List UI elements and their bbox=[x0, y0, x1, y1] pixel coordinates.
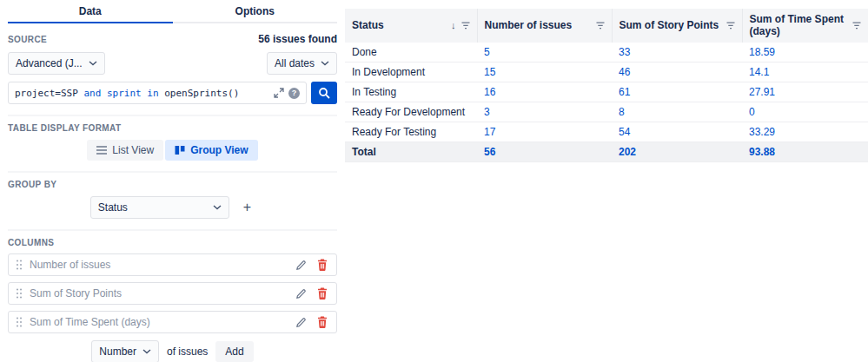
group-view-button[interactable]: Group View bbox=[165, 140, 257, 161]
date-range-value: All dates bbox=[275, 57, 315, 69]
column-row: Sum of Story Points bbox=[8, 282, 337, 305]
source-type-value: Advanced (J... bbox=[16, 57, 83, 69]
issue-count-link[interactable]: 33 bbox=[619, 46, 630, 58]
issue-count-link[interactable]: 3 bbox=[484, 106, 490, 118]
list-view-button[interactable]: List View bbox=[87, 140, 163, 161]
source-type-select[interactable]: Advanced (J... bbox=[8, 52, 105, 75]
tab-data[interactable]: Data bbox=[8, 0, 173, 23]
filter-icon bbox=[461, 22, 470, 30]
value-cell: 16 bbox=[477, 82, 612, 102]
issue-count-link[interactable]: 33.29 bbox=[749, 126, 775, 138]
list-view-icon bbox=[96, 146, 107, 155]
issue-count-link[interactable]: 15 bbox=[484, 66, 495, 78]
value-cell: 18.59 bbox=[742, 43, 868, 63]
metric-select[interactable]: Number bbox=[91, 340, 159, 362]
trash-icon bbox=[317, 259, 328, 271]
filter-icon bbox=[596, 22, 605, 30]
value-cell: 14.1 bbox=[742, 63, 868, 82]
edit-column-button[interactable] bbox=[294, 258, 308, 273]
issue-count-link[interactable]: 5 bbox=[484, 46, 490, 58]
issue-count-link[interactable]: 202 bbox=[619, 146, 636, 158]
column-label: Sum of Time Spent (days) bbox=[30, 316, 287, 328]
issue-count-link[interactable]: 14.1 bbox=[749, 66, 769, 78]
trash-icon bbox=[317, 316, 328, 328]
table-display-label: TABLE DISPLAY FORMAT bbox=[8, 123, 337, 133]
tab-bar: Data Options bbox=[8, 0, 337, 23]
header-label: Sum of Story Points bbox=[620, 19, 721, 31]
value-cell: 27.91 bbox=[742, 82, 868, 102]
drag-handle[interactable] bbox=[16, 259, 23, 271]
issue-count-link[interactable]: 46 bbox=[619, 66, 630, 78]
column-row: Number of issues bbox=[8, 253, 337, 276]
filter-icon[interactable] bbox=[596, 22, 605, 30]
group-by-row: Status + bbox=[8, 196, 337, 219]
issue-count-link[interactable]: 18.59 bbox=[749, 46, 775, 58]
value-cell: 3 bbox=[477, 102, 612, 122]
sort-desc-icon[interactable]: ↓ bbox=[451, 20, 456, 30]
add-group-button[interactable]: + bbox=[240, 199, 255, 216]
edit-column-button[interactable] bbox=[294, 315, 308, 330]
column-header[interactable]: Sum of Story Points bbox=[612, 9, 742, 43]
filter-icon[interactable] bbox=[852, 22, 861, 30]
filter-icon[interactable] bbox=[461, 22, 470, 30]
issue-count-link[interactable]: 0 bbox=[749, 106, 755, 118]
source-header: SOURCE 56 issues found bbox=[8, 33, 337, 45]
column-header[interactable]: Number of issues bbox=[477, 9, 612, 43]
header-label: Number of issues bbox=[485, 19, 591, 31]
issue-count-link[interactable]: 16 bbox=[484, 86, 495, 98]
issue-count-link[interactable]: 8 bbox=[619, 106, 625, 118]
column-header[interactable]: Status↓ bbox=[345, 9, 477, 43]
status-cell: Ready For Testing bbox=[345, 122, 477, 142]
issue-count-link[interactable]: 17 bbox=[484, 126, 495, 138]
column-header[interactable]: Sum of Time Spent (days) bbox=[742, 9, 868, 43]
table-body: Done53318.59In Development154614.1In Tes… bbox=[345, 43, 868, 162]
value-cell: 17 bbox=[477, 122, 612, 142]
column-label: Sum of Story Points bbox=[30, 287, 287, 299]
value-cell: 33 bbox=[612, 43, 742, 63]
filter-icon bbox=[726, 22, 735, 30]
delete-column-button[interactable] bbox=[315, 257, 329, 273]
drag-handle[interactable] bbox=[16, 316, 23, 328]
config-panel: Data Options SOURCE 56 issues found Adva… bbox=[0, 0, 345, 362]
value-cell: 8 bbox=[612, 102, 742, 122]
table-display-section: TABLE DISPLAY FORMAT List View Group Vie… bbox=[8, 115, 337, 161]
drag-handle[interactable] bbox=[16, 287, 23, 299]
group-by-select[interactable]: Status bbox=[90, 196, 229, 219]
tab-options[interactable]: Options bbox=[173, 0, 338, 23]
issue-count-link[interactable]: 61 bbox=[619, 86, 630, 98]
header-content: Sum of Story Points bbox=[620, 19, 735, 31]
issues-found-count: 56 issues found bbox=[258, 33, 337, 45]
edit-column-button[interactable] bbox=[294, 286, 308, 301]
expand-icon[interactable] bbox=[274, 88, 284, 98]
value-cell: 93.88 bbox=[742, 142, 868, 162]
help-icon[interactable]: ? bbox=[288, 88, 300, 99]
results-table: Status↓Number of issuesSum of Story Poin… bbox=[345, 9, 868, 162]
trash-icon bbox=[317, 287, 328, 299]
value-cell: 5 bbox=[477, 43, 612, 63]
value-cell: 46 bbox=[612, 63, 742, 82]
metric-suffix-label: of issues bbox=[167, 346, 208, 358]
issue-count-link[interactable]: 54 bbox=[619, 126, 630, 138]
issue-count-link[interactable]: 93.88 bbox=[749, 146, 775, 158]
header-label: Status bbox=[352, 19, 446, 31]
add-column-button[interactable]: Add bbox=[215, 341, 253, 362]
status-cell: In Testing bbox=[345, 82, 477, 102]
table-row: In Testing166127.91 bbox=[345, 82, 868, 102]
add-column-row: Number of issues Add bbox=[8, 340, 337, 362]
header-label: Sum of Time Spent (days) bbox=[750, 13, 848, 38]
search-button[interactable] bbox=[311, 82, 337, 104]
jql-row: project=SSP and sprint in openSprints() … bbox=[8, 82, 337, 104]
jql-token: openSprints() bbox=[164, 88, 239, 99]
issue-count-link[interactable]: 27.91 bbox=[749, 86, 775, 98]
column-row: Sum of Time Spent (days) bbox=[8, 311, 337, 333]
delete-column-button[interactable] bbox=[315, 314, 329, 330]
value-cell: 0 bbox=[742, 102, 868, 122]
jql-query: project=SSP and sprint in openSprints() bbox=[15, 88, 269, 99]
date-range-select[interactable]: All dates bbox=[267, 52, 337, 75]
chevron-down-icon bbox=[89, 61, 97, 66]
jql-input[interactable]: project=SSP and sprint in openSprints() … bbox=[8, 82, 307, 104]
delete-column-button[interactable] bbox=[315, 286, 329, 301]
filter-icon[interactable] bbox=[726, 22, 735, 30]
source-label: SOURCE bbox=[8, 35, 47, 44]
issue-count-link[interactable]: 56 bbox=[484, 146, 495, 158]
